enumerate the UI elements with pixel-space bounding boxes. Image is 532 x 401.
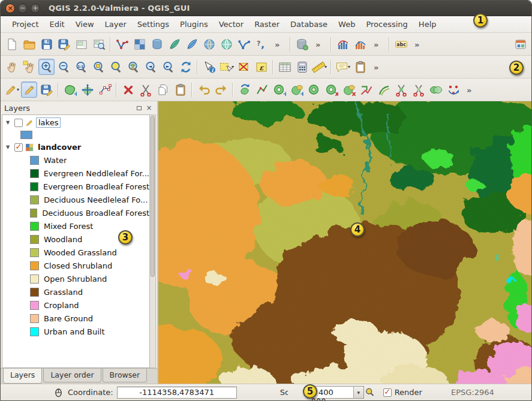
render-checkbox-box[interactable]: [383, 388, 392, 397]
magnifier-icon[interactable]: [364, 387, 376, 399]
layer-name[interactable]: lakes: [36, 117, 61, 128]
add-wcs-layer-button[interactable]: [218, 36, 235, 52]
paste-features-button[interactable]: [172, 82, 188, 98]
pan-map-button[interactable]: [4, 59, 20, 75]
layer-symbol-swatch[interactable]: [20, 131, 32, 139]
menu-processing[interactable]: Processing: [360, 17, 413, 31]
deselect-all-button[interactable]: [236, 59, 252, 75]
current-edits-button[interactable]: ▾: [4, 82, 20, 98]
menu-raster[interactable]: Raster: [249, 17, 285, 31]
field-calculator-button[interactable]: [294, 59, 310, 75]
menu-project[interactable]: Project: [7, 17, 44, 31]
zoom-to-layer-button[interactable]: [125, 59, 142, 75]
menu-plugins[interactable]: Plugins: [175, 17, 214, 31]
layer-item-landcover[interactable]: ▼landcover: [2, 141, 149, 153]
layer-visibility-checkbox[interactable]: [14, 119, 23, 127]
open-project-button[interactable]: [21, 36, 37, 52]
titlebar[interactable]: × − + QGIS 2.2.0-Valmiera - QGIS_GUI: [1, 1, 531, 16]
rotate-feature-button[interactable]: [236, 82, 253, 98]
fill-ring-button[interactable]: [306, 82, 322, 98]
add-spatialite-layer-button[interactable]: [166, 36, 182, 52]
panel-scrollbar[interactable]: [150, 114, 156, 368]
zoom-next-button[interactable]: ►: [160, 59, 176, 75]
save-project-as-button[interactable]: [56, 36, 72, 52]
simplify-feature-button[interactable]: [254, 82, 270, 98]
composer-manager-button[interactable]: [91, 36, 107, 52]
move-feature-button[interactable]: [79, 82, 95, 98]
layer-name[interactable]: landcover: [36, 143, 83, 152]
delete-ring-button[interactable]: x: [323, 82, 339, 98]
select-by-expression-button[interactable]: ε: [253, 59, 269, 75]
pan-to-selection-button[interactable]: [21, 59, 37, 75]
cut-features-button[interactable]: [137, 82, 154, 98]
menu-database[interactable]: Database: [285, 17, 333, 31]
save-layer-edits-button[interactable]: [38, 82, 55, 98]
dropdown-arrow-icon[interactable]: ▾: [232, 64, 234, 70]
measure-button[interactable]: ▾: [311, 59, 327, 75]
new-print-composer-button[interactable]: [73, 36, 89, 52]
menu-view[interactable]: View: [70, 17, 100, 31]
add-vector-layer-button[interactable]: [114, 36, 130, 52]
undo-button[interactable]: [196, 82, 212, 98]
add-postgis-layer-button[interactable]: [149, 36, 165, 52]
panel-tab-layer-order[interactable]: Layer order: [43, 369, 101, 382]
identify-features-button[interactable]: i: [201, 59, 217, 75]
delete-selected-button[interactable]: [120, 82, 136, 98]
local-histogram-stretch-button[interactable]: [335, 36, 351, 52]
web-plugin-button[interactable]: [512, 36, 528, 52]
text-annotation-button[interactable]: ▾: [335, 59, 351, 75]
add-delimited-text-layer-button[interactable]: ?,: [253, 36, 269, 52]
render-checkbox[interactable]: Render: [383, 388, 422, 397]
add-wms-layer-button[interactable]: [201, 36, 217, 52]
merge-features-button[interactable]: [428, 82, 444, 98]
scale-dropdown-arrow[interactable]: ▾: [353, 387, 363, 398]
delete-part-button[interactable]: x: [341, 82, 357, 98]
database-overflow-button[interactable]: »: [311, 36, 327, 52]
label-overflow-button[interactable]: »: [410, 36, 426, 52]
mouse-position-icon[interactable]: [52, 387, 64, 399]
menu-settings[interactable]: Settings: [132, 17, 175, 31]
dropdown-arrow-icon[interactable]: ▾: [17, 87, 19, 92]
scrollbar-thumb[interactable]: [151, 116, 155, 277]
split-parts-button[interactable]: [410, 82, 426, 98]
zoom-out-button[interactable]: −: [56, 59, 72, 75]
redo-button[interactable]: [213, 82, 229, 98]
map-canvas[interactable]: [158, 101, 531, 384]
menu-edit[interactable]: Edit: [44, 17, 70, 31]
raster-overflow-button[interactable]: »: [369, 36, 386, 52]
split-features-button[interactable]: [393, 82, 409, 98]
dropdown-arrow-icon[interactable]: ▾: [348, 64, 350, 70]
open-attribute-table-button[interactable]: [276, 59, 293, 75]
manage-layers-overflow-button[interactable]: »: [270, 36, 287, 52]
dropdown-arrow-icon[interactable]: ▾: [324, 64, 327, 70]
copy-features-button[interactable]: [155, 82, 171, 98]
zoom-in-button[interactable]: +: [38, 59, 55, 75]
zoom-native-button[interactable]: 1:1: [73, 59, 89, 75]
zoom-full-button[interactable]: [91, 59, 107, 75]
crs-status-button[interactable]: EPSG:2964: [451, 388, 494, 397]
full-histogram-stretch-button[interactable]: [352, 36, 368, 52]
expander-icon[interactable]: ▼: [6, 144, 12, 150]
add-raster-layer-button[interactable]: [131, 36, 148, 52]
add-part-button[interactable]: +: [288, 82, 305, 98]
digitizing-overflow-button[interactable]: »: [462, 82, 479, 98]
db-manager-button[interactable]: [294, 36, 310, 52]
add-ring-button[interactable]: +: [271, 82, 287, 98]
rotate-point-symbols-button[interactable]: [445, 82, 461, 98]
menu-web[interactable]: Web: [333, 17, 360, 31]
menu-vector[interactable]: Vector: [214, 17, 249, 31]
toggle-editing-button[interactable]: [21, 82, 37, 98]
layer-visibility-checkbox[interactable]: [14, 143, 23, 152]
copy-style-button[interactable]: [352, 59, 368, 75]
refresh-map-button[interactable]: [178, 59, 194, 75]
maximize-window-button[interactable]: +: [31, 4, 40, 13]
add-oracle-layer-button[interactable]: [184, 36, 200, 52]
save-project-button[interactable]: [38, 36, 55, 52]
node-tool-button[interactable]: [97, 82, 113, 98]
menu-help[interactable]: Help: [413, 17, 442, 31]
close-window-button[interactable]: ×: [5, 4, 15, 13]
minimize-window-button[interactable]: −: [18, 4, 28, 13]
coordinate-input[interactable]: [117, 387, 237, 399]
panel-tab-layers[interactable]: Layers: [3, 369, 42, 384]
expander-icon[interactable]: ▼: [6, 120, 12, 125]
